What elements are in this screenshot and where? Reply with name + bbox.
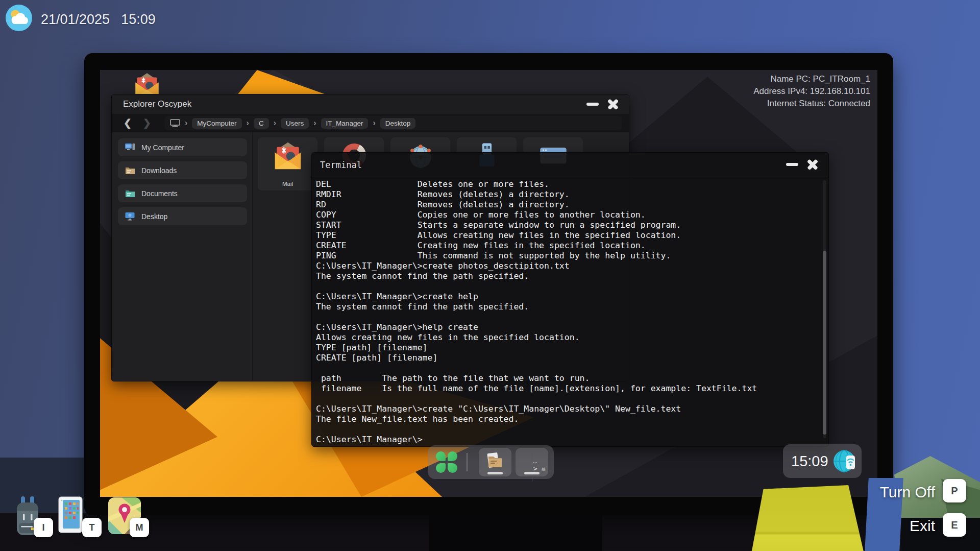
chevron-right-icon xyxy=(185,118,187,128)
system-info: Name PC: PC_ITRoom_1 Address IPv4: 192.1… xyxy=(753,73,870,110)
sidebar-item-my-computer[interactable]: My Computer xyxy=(118,138,247,156)
file-label: Mail xyxy=(258,181,317,187)
weather-icon xyxy=(5,4,33,35)
folder-taskbar-icon xyxy=(485,452,505,472)
minimize-button[interactable] xyxy=(585,97,600,112)
wallpaper-orange-facet xyxy=(237,70,329,95)
globe-network-status-icon[interactable] xyxy=(833,449,857,475)
monitor-stand xyxy=(429,515,602,551)
close-icon xyxy=(806,158,819,171)
turn-off-button[interactable]: Turn Off xyxy=(880,484,935,501)
file-mail[interactable]: Mail xyxy=(258,137,317,190)
terminal-output: DEL Deletes one or more files. RMDIR Rem… xyxy=(316,179,757,445)
taskbar-clock-panel: 15:09 xyxy=(783,444,862,478)
breadcrumb-item[interactable]: MyComputer xyxy=(192,118,241,129)
pc-name: Name PC: PC_ITRoom_1 xyxy=(753,73,870,85)
open-indicator xyxy=(524,472,540,474)
explorer-title: Explorer Oscypek xyxy=(123,99,191,109)
desktop-monitor-icon xyxy=(125,212,135,221)
explorer-sidebar: My Computer Downloads Documents xyxy=(112,132,253,381)
clover-launcher-icon[interactable] xyxy=(436,451,457,473)
breadcrumb: MyComputer C Users IT_Manager Desktop xyxy=(165,116,622,130)
minimize-button[interactable] xyxy=(785,157,800,172)
terminal-window: Terminal DEL Deletes one or more files. … xyxy=(311,152,829,447)
open-indicator xyxy=(487,472,503,474)
game-scene: Name PC: PC_ITRoom_1 Address IPv4: 192.1… xyxy=(0,0,980,551)
sidebar-item-documents[interactable]: Documents xyxy=(118,184,247,202)
breadcrumb-item[interactable]: IT_Manager xyxy=(321,118,369,129)
date-label: 21/01/2025 xyxy=(41,12,110,28)
folder-downloads-icon xyxy=(125,166,135,175)
internet-status: Internet Status: Connected xyxy=(753,98,870,110)
taskbar-divider xyxy=(467,453,468,471)
scrollbar-thumb[interactable] xyxy=(823,251,826,435)
sidebar-item-label: Downloads xyxy=(141,166,177,175)
chevron-right-icon xyxy=(373,118,375,128)
explorer-titlebar[interactable]: Explorer Oscypek xyxy=(112,94,629,114)
turn-off-key-badge[interactable]: P xyxy=(943,479,966,502)
exit-key-badge[interactable]: E xyxy=(943,513,966,537)
terminal-titlebar[interactable]: Terminal xyxy=(312,153,828,177)
close-button[interactable] xyxy=(805,157,820,172)
datetime-widget: 21/01/2025 15:09 xyxy=(5,4,156,35)
breadcrumb-item[interactable]: C xyxy=(254,118,269,129)
sidebar-item-label: Documents xyxy=(141,189,178,198)
monitor-icon xyxy=(170,119,180,127)
sidebar-item-label: Desktop xyxy=(141,212,167,221)
terminal-title: Terminal xyxy=(320,160,362,170)
tablet-icon[interactable] xyxy=(58,496,83,535)
close-icon xyxy=(606,98,620,111)
yellow-note[interactable] xyxy=(748,485,865,551)
taskbar-terminal-button[interactable] xyxy=(516,448,548,476)
explorer-navbar: MyComputer C Users IT_Manager Desktop xyxy=(112,114,629,132)
folder-documents-icon xyxy=(125,189,135,198)
ipv4-address: Address IPv4: 192.168.10.101 xyxy=(753,85,870,98)
chevron-right-icon xyxy=(274,118,276,128)
taskbar-explorer-button[interactable] xyxy=(479,448,511,476)
inventory-key-badge[interactable]: I xyxy=(34,518,53,537)
mail-icon xyxy=(273,140,303,172)
back-icon[interactable] xyxy=(121,116,134,129)
terminal-scrollbar xyxy=(823,180,826,438)
forward-icon[interactable] xyxy=(140,116,154,129)
breadcrumb-item[interactable]: Desktop xyxy=(380,118,416,129)
minimize-icon xyxy=(586,103,599,106)
clock: 15:09 xyxy=(791,453,828,470)
time-label: 15:09 xyxy=(121,12,156,28)
sidebar-item-desktop[interactable]: Desktop xyxy=(118,207,247,225)
chevron-right-icon xyxy=(247,118,249,128)
exit-button[interactable]: Exit xyxy=(910,517,935,535)
chevron-right-icon xyxy=(313,118,316,128)
terminal-taskbar-icon xyxy=(532,451,565,482)
close-button[interactable] xyxy=(605,97,621,112)
sidebar-item-label: My Computer xyxy=(141,143,184,152)
desktop-screen: Name PC: PC_ITRoom_1 Address IPv4: 192.1… xyxy=(100,70,877,497)
taskbar xyxy=(428,445,554,479)
map-key-badge[interactable]: M xyxy=(130,518,149,537)
breadcrumb-item[interactable]: Users xyxy=(281,118,309,129)
tablet-key-badge[interactable]: T xyxy=(82,518,102,537)
computer-icon xyxy=(125,143,135,152)
sidebar-item-downloads[interactable]: Downloads xyxy=(118,161,247,179)
minimize-icon xyxy=(786,163,798,166)
